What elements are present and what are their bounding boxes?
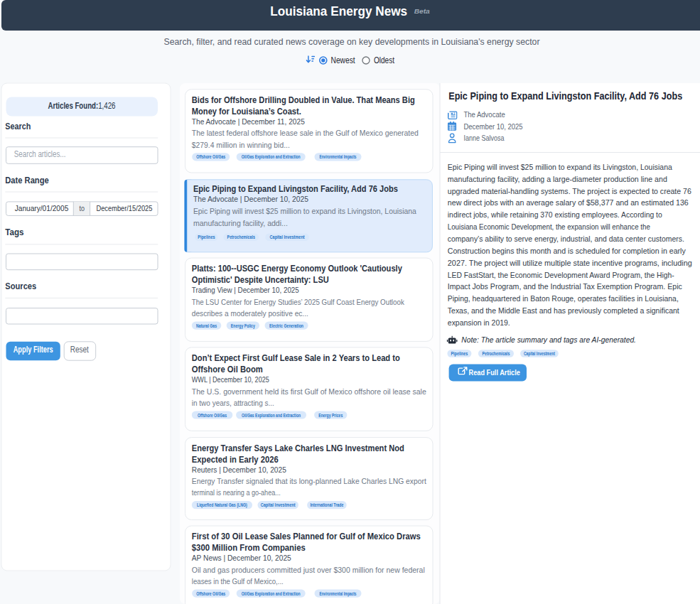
svg-text:upgraded material-handling sys: upgraded material-handling systems. The … xyxy=(448,187,691,195)
svg-text:Reset: Reset xyxy=(70,345,90,355)
svg-text:WWL | December 10, 2025: WWL | December 10, 2025 xyxy=(192,375,269,384)
svg-text:describes a moderately positiv: describes a moderately positive ec... xyxy=(192,309,308,318)
svg-text:Apply Filters: Apply Filters xyxy=(14,345,53,355)
svg-text:Petrochemicals: Petrochemicals xyxy=(482,350,510,357)
svg-text:The Advocate | December 10, 20: The Advocate | December 10, 2025 xyxy=(193,195,308,203)
svg-text:Capital Investment: Capital Investment xyxy=(270,234,305,240)
svg-text:leases in the Gulf of Mexico,.: leases in the Gulf of Mexico,... xyxy=(192,577,284,586)
svg-text:Epic Piping will invest $25 mi: Epic Piping will invest $25 million to e… xyxy=(193,207,417,215)
svg-text:Natural Gas: Natural Gas xyxy=(196,323,217,329)
svg-text:Environmental Impacts: Environmental Impacts xyxy=(320,590,357,597)
svg-text:Newest: Newest xyxy=(331,55,356,65)
svg-text:Optimistic' Despite Uncertaint: Optimistic' Despite Uncertainty: LSU xyxy=(192,275,329,285)
svg-text:Louisiana Energy News: Louisiana Energy News xyxy=(270,4,407,18)
svg-text:Beta: Beta xyxy=(414,7,431,15)
svg-text:AP News | December 10, 2025: AP News | December 10, 2025 xyxy=(192,554,291,562)
svg-text:to: to xyxy=(80,204,85,212)
svg-text:$279.4 million in winning bid.: $279.4 million in winning bid... xyxy=(192,141,290,149)
svg-text:The LSU Center for Energy Stud: The LSU Center for Energy Studies’ 2025 … xyxy=(192,298,404,306)
svg-text:Sources: Sources xyxy=(5,281,36,291)
svg-text:The latest federal offshore le: The latest federal offshore lease sale i… xyxy=(192,129,419,137)
svg-text:Offshore Oil/Gas: Offshore Oil/Gas xyxy=(196,590,225,597)
svg-text:Oldest: Oldest xyxy=(374,55,395,65)
svg-text:January/01/2005: January/01/2005 xyxy=(15,204,69,212)
svg-text:Energy Prices: Energy Prices xyxy=(318,412,343,419)
svg-text:Epic Piping to Expand Livingst: Epic Piping to Expand Livingston Facilit… xyxy=(193,184,398,194)
svg-text:Ianne Salvosa: Ianne Salvosa xyxy=(463,134,505,142)
svg-text:Platts: 100--USGC Energy Econo: Platts: 100--USGC Energy Economy Outlook… xyxy=(192,264,402,274)
svg-text:Money for Louisiana’s Coast.: Money for Louisiana’s Coast. xyxy=(192,107,301,117)
svg-text:Bids for Offshore Drilling Dou: Bids for Offshore Drilling Doubled in Va… xyxy=(192,95,415,105)
svg-text:Trading View | December 10, 20: Trading View | December 10, 2025 xyxy=(192,286,299,294)
svg-text:Tags: Tags xyxy=(5,227,23,237)
svg-text:Environmental Impacts: Environmental Impacts xyxy=(320,153,357,160)
svg-text:expansion in 2019.: expansion in 2019. xyxy=(448,318,510,327)
svg-text:2027. The project will utilize: 2027. The project will utilize multiple … xyxy=(448,259,692,267)
svg-text:Reuters | December 10, 2025: Reuters | December 10, 2025 xyxy=(192,465,286,474)
svg-text:Date Range: Date Range xyxy=(5,176,48,185)
svg-text:Energy Policy: Energy Policy xyxy=(231,323,256,329)
svg-text:December 10, 2025: December 10, 2025 xyxy=(463,122,522,131)
svg-text:in two years, attracting s...: in two years, attracting s... xyxy=(192,399,274,407)
svg-text:Note: The article summary and: Note: The article summary and tags are A… xyxy=(461,335,636,344)
svg-text:Expected in Early 2026: Expected in Early 2026 xyxy=(192,455,279,465)
svg-text:Construction begins this month: Construction begins this month and is sc… xyxy=(448,247,686,255)
svg-text:The U.S. government held its f: The U.S. government held its first Gulf … xyxy=(192,387,426,396)
svg-text:manufacturing facility, addi..: manufacturing facility, addi... xyxy=(193,219,288,227)
svg-text:Articles Found:1,426: Articles Found:1,426 xyxy=(48,101,115,111)
svg-text:Petrochemicals: Petrochemicals xyxy=(227,234,255,240)
svg-text:Impact Jobs Program, and the I: Impact Jobs Program, and the Industrial … xyxy=(448,282,682,291)
svg-text:December/15/2025: December/15/2025 xyxy=(97,204,153,212)
svg-text:Energy Transfer signaled that: Energy Transfer signaled that its long-p… xyxy=(192,477,427,485)
svg-text:Texas, and the Middle East and: Texas, and the Middle East and has previ… xyxy=(448,306,680,315)
svg-text:Search: Search xyxy=(5,122,31,131)
svg-text:Epic Piping to Expand Livingst: Epic Piping to Expand Livingston Facilit… xyxy=(448,90,682,102)
svg-text:Search articles...: Search articles... xyxy=(14,149,66,159)
svg-text:Capital Investment: Capital Investment xyxy=(524,350,555,357)
svg-text:Oil/Gas Exploration and Extrac: Oil/Gas Exploration and Extraction xyxy=(242,153,301,160)
svg-text:The Advocate | December 11, 20: The Advocate | December 11, 2025 xyxy=(192,117,305,126)
svg-text:Offshore Oil Boom: Offshore Oil Boom xyxy=(192,365,263,374)
svg-text:First of 30 Oil Lease Sales Pl: First of 30 Oil Lease Sales Planned for … xyxy=(192,532,421,541)
svg-text:Oil/Gas Exploration and Extrac: Oil/Gas Exploration and Extraction xyxy=(242,590,301,597)
svg-text:company’s ability to serve ene: company’s ability to serve energy, indus… xyxy=(448,234,684,243)
svg-text:The Advocate: The Advocate xyxy=(463,110,505,119)
svg-text:Liquefied Natural Gas (LNG): Liquefied Natural Gas (LNG) xyxy=(197,502,247,508)
svg-text:$300 Million From Companies: $300 Million From Companies xyxy=(192,543,306,553)
svg-text:Pipelines: Pipelines xyxy=(451,350,468,357)
svg-text:Electric Generation: Electric Generation xyxy=(269,323,303,329)
svg-text:Search, filter, and read curat: Search, filter, and read curated news co… xyxy=(164,37,540,47)
svg-text:Epic Piping will invest $25 mi: Epic Piping will invest $25 million to e… xyxy=(448,163,673,171)
svg-text:indirect jobs, while retaining: indirect jobs, while retaining 370 exist… xyxy=(448,210,662,219)
svg-text:terminal is nearing a go-ahea.: terminal is nearing a go-ahea... xyxy=(192,488,281,497)
svg-text:Pipelines: Pipelines xyxy=(198,234,215,240)
svg-text:Read Full Article: Read Full Article xyxy=(469,368,520,377)
svg-text:Offshore Oil/Gas: Offshore Oil/Gas xyxy=(196,153,225,160)
svg-text:Oil and gas producers committe: Oil and gas producers committed just ove… xyxy=(192,566,425,574)
svg-text:manufacturing facility, adding: manufacturing facility, adding a large-d… xyxy=(448,175,667,183)
svg-text:LED FastStart, the Economic De: LED FastStart, the Economic Development … xyxy=(448,271,674,279)
svg-text:Piping, headquartered in Baton: Piping, headquartered in Baton Rouge, op… xyxy=(448,294,679,303)
svg-text:International Trade: International Trade xyxy=(310,502,343,508)
svg-text:new direct jobs with an averag: new direct jobs with an average salary o… xyxy=(448,198,689,207)
svg-text:Offshore Oil/Gas: Offshore Oil/Gas xyxy=(198,412,227,419)
svg-text:Energy Transfer Says Lake Char: Energy Transfer Says Lake Charles LNG In… xyxy=(192,443,404,453)
svg-text:Capital Investment: Capital Investment xyxy=(261,502,296,508)
svg-text:Oil/Gas Exploration and Extrac: Oil/Gas Exploration and Extraction xyxy=(242,412,301,419)
svg-text:Don’t Expect First Gulf Lease: Don’t Expect First Gulf Lease Sale in 2 … xyxy=(192,353,400,363)
svg-text:Louisiana Economic Development: Louisiana Economic Development, the expa… xyxy=(448,222,650,231)
